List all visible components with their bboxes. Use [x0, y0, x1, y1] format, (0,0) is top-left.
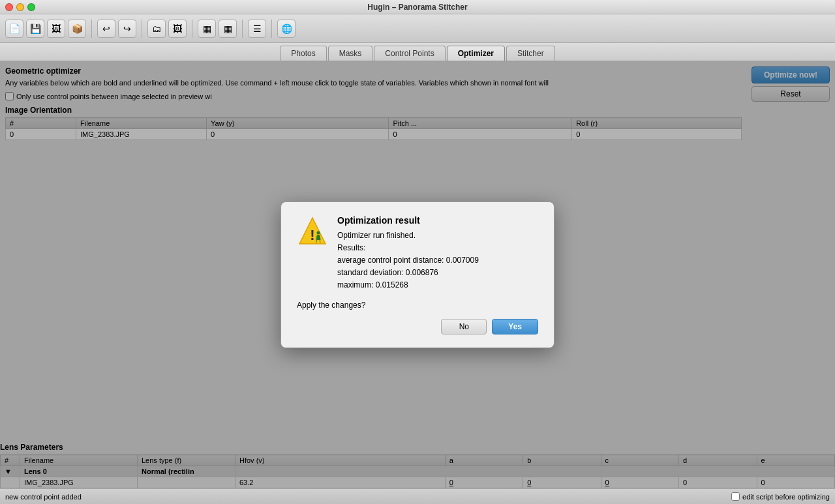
save-icon[interactable]: 💾: [26, 20, 44, 38]
close-button[interactable]: [5, 3, 13, 11]
redo-icon[interactable]: ↪: [118, 20, 136, 38]
tab-optimizer[interactable]: Optimizer: [447, 46, 505, 61]
maximize-button[interactable]: [27, 3, 35, 11]
modal-buttons: No Yes: [297, 319, 538, 334]
window-controls: [5, 3, 35, 11]
separator-5: [271, 20, 272, 38]
modal-line2: Results:: [337, 242, 479, 254]
folder-icon[interactable]: 🗂: [147, 20, 166, 38]
edit-script-checkbox[interactable]: [731, 492, 740, 501]
minimize-button[interactable]: [16, 3, 24, 11]
tab-stitcher[interactable]: Stitcher: [506, 46, 555, 61]
modal-apply-text: Apply the changes?: [297, 301, 538, 310]
modal-overlay: ! Optimization result Optimizer run fini…: [0, 61, 835, 488]
toolbar: 📄 💾 🖼 📦 ↩ ↪ 🗂 🖼 ▦ ▦ ☰ 🌐: [0, 14, 835, 43]
titlebar: Hugin – Panorama Stitcher: [0, 0, 835, 14]
export-icon[interactable]: 🖼: [47, 20, 65, 38]
image-icon[interactable]: 🖼: [168, 20, 187, 38]
modal-line1: Optimizer run finished.: [337, 230, 479, 242]
grid-icon[interactable]: ▦: [198, 20, 216, 38]
modal-line3: average control point distance: 0.007009: [337, 254, 479, 267]
new-icon[interactable]: 📄: [5, 20, 23, 38]
grid2-icon[interactable]: ▦: [219, 20, 237, 38]
separator-2: [142, 20, 142, 38]
optimization-result-dialog: ! Optimization result Optimizer run fini…: [281, 201, 554, 349]
list-icon[interactable]: ☰: [248, 20, 266, 38]
tab-photos[interactable]: Photos: [280, 46, 326, 61]
modal-line5: maximum: 0.015268: [337, 279, 479, 291]
globe-icon[interactable]: 🌐: [277, 20, 296, 38]
status-text: new control point added: [5, 493, 82, 501]
separator-3: [192, 20, 192, 38]
tab-control-points[interactable]: Control Points: [374, 46, 445, 61]
tab-bar: Photos Masks Control Points Optimizer St…: [0, 43, 835, 61]
undo-icon[interactable]: ↩: [97, 20, 115, 38]
tab-masks[interactable]: Masks: [328, 46, 373, 61]
modal-title: Optimization result: [337, 215, 479, 226]
yes-button[interactable]: Yes: [492, 319, 538, 334]
no-button[interactable]: No: [441, 319, 487, 334]
svg-point-2: [317, 231, 320, 234]
statusbar: new control point added edit script befo…: [0, 488, 835, 504]
edit-script-label: edit script before optimizing: [742, 493, 830, 501]
modal-body: Optimizer run finished. Results: average…: [337, 230, 479, 292]
main-content: Optimize now! Reset Geometric optimizer …: [0, 61, 835, 488]
warning-icon: !: [297, 215, 328, 246]
package-icon[interactable]: 📦: [68, 20, 86, 38]
separator-4: [242, 20, 243, 38]
separator-1: [91, 20, 92, 38]
svg-text:!: !: [310, 227, 314, 243]
window-title: Hugin – Panorama Stitcher: [367, 3, 467, 12]
modal-header: ! Optimization result Optimizer run fini…: [297, 215, 538, 292]
modal-line4: standard deviation: 0.006876: [337, 267, 479, 279]
modal-content: Optimization result Optimizer run finish…: [337, 215, 479, 292]
status-right: edit script before optimizing: [731, 492, 830, 501]
